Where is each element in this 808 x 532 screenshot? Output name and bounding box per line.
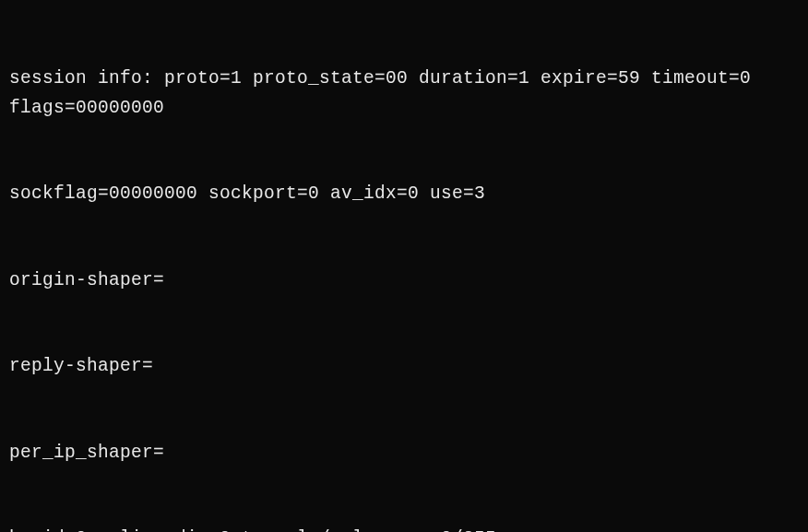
output-line: origin-shaper= (9, 266, 799, 295)
output-line: session info: proto=1 proto_state=00 dur… (9, 65, 799, 122)
terminal-output: session info: proto=1 proto_state=00 dur… (9, 7, 799, 532)
output-line: reply-shaper= (9, 352, 799, 381)
output-line: ha_id=0 policy_dir=0 tunnel=/ vlan_cos=0… (9, 525, 799, 532)
output-line: per_ip_shaper= (9, 439, 799, 467)
output-line: sockflag=00000000 sockport=0 av_idx=0 us… (9, 180, 799, 208)
